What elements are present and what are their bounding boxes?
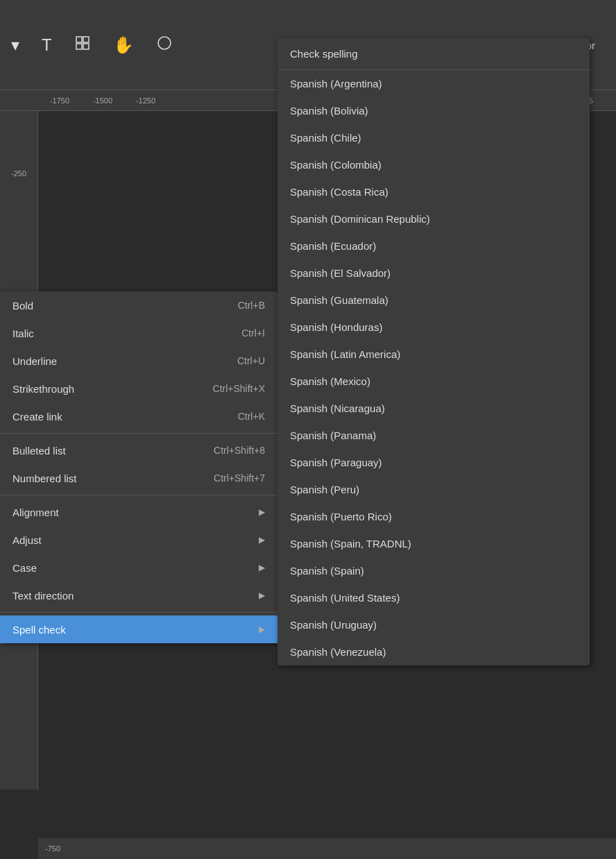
menu-item-text-direction[interactable]: Text direction ▶ — [0, 581, 277, 609]
menu-label: Spell check — [12, 624, 66, 636]
comment-tool-icon[interactable] — [152, 31, 177, 60]
menu-shortcut: Ctrl+Shift+X — [213, 383, 265, 394]
menu-shortcut: Ctrl+Shift+8 — [214, 445, 265, 456]
submenu-item[interactable]: Spanish (El Salvador) — [277, 260, 590, 287]
transform-tool-icon[interactable] — [70, 31, 95, 60]
menu-label: Case — [12, 562, 37, 574]
menu-divider-2 — [0, 495, 277, 495]
menu-label: Strikethrough — [12, 383, 74, 395]
submenu-item[interactable]: Spanish (Panama) — [277, 422, 590, 449]
menu-label: Create link — [12, 411, 62, 423]
menu-label: Text direction — [12, 590, 74, 602]
submenu-item[interactable]: Spanish (Dominican Republic) — [277, 205, 590, 232]
chevron-right-icon: ▶ — [259, 535, 265, 545]
menu-label: Italic — [12, 328, 34, 339]
menu-shortcut: Ctrl+Shift+7 — [214, 473, 265, 484]
submenu-item[interactable]: Spanish (Puerto Rico) — [277, 503, 590, 530]
submenu-item[interactable]: Spanish (Uruguay) — [277, 611, 590, 638]
chevron-down-icon[interactable]: ▾ — [7, 31, 24, 59]
bottom-ruler-mark: -750 — [45, 844, 60, 853]
submenu-header: Check spelling — [277, 38, 590, 70]
menu-label: Bold — [12, 300, 33, 312]
submenu-item[interactable]: Spanish (Colombia) — [277, 151, 590, 178]
submenu-item[interactable]: Spanish (Ecuador) — [277, 232, 590, 260]
submenu-item[interactable]: Spanish (Peru) — [277, 476, 590, 503]
context-menu-spell-check: Check spelling Spanish (Argentina) Spani… — [277, 38, 590, 665]
context-menu-left: Bold Ctrl+B Italic Ctrl+I Underline Ctrl… — [0, 291, 277, 643]
submenu-item[interactable]: Spanish (United States) — [277, 584, 590, 611]
submenu-item[interactable]: Spanish (Latin America) — [277, 341, 590, 368]
chevron-right-icon: ▶ — [259, 624, 265, 634]
menu-item-alignment[interactable]: Alignment ▶ — [0, 498, 277, 526]
bottom-ruler: -750 — [38, 838, 616, 859]
hand-tool-icon[interactable]: ✋ — [109, 31, 138, 59]
menu-shortcut: Ctrl+U — [237, 355, 265, 366]
menu-item-numbered-list[interactable]: Numbered list Ctrl+Shift+7 — [0, 464, 277, 492]
menu-item-case[interactable]: Case ▶ — [0, 554, 277, 581]
ruler-mark: -1500 — [81, 90, 124, 110]
menu-item-italic[interactable]: Italic Ctrl+I — [0, 319, 277, 347]
submenu-item[interactable]: Spanish (Nicaragua) — [277, 395, 590, 422]
submenu-item[interactable]: Spanish (Costa Rica) — [277, 178, 590, 205]
submenu-item[interactable]: Spanish (Chile) — [277, 124, 590, 151]
menu-item-create-link[interactable]: Create link Ctrl+K — [0, 402, 277, 430]
svg-rect-1 — [83, 37, 89, 42]
submenu-item[interactable]: Spanish (Mexico) — [277, 368, 590, 395]
submenu-item[interactable]: Spanish (Argentina) — [277, 70, 590, 97]
menu-item-bulleted-list[interactable]: Bulleted list Ctrl+Shift+8 — [0, 436, 277, 464]
menu-label: Numbered list — [12, 473, 77, 484]
svg-point-4 — [158, 37, 171, 49]
submenu-item[interactable]: Spanish (Venezuela) — [277, 638, 590, 665]
submenu-item[interactable]: Spanish (Spain, TRADNL) — [277, 530, 590, 557]
menu-label: Bulleted list — [12, 445, 66, 457]
menu-item-bold[interactable]: Bold Ctrl+B — [0, 291, 277, 319]
menu-item-underline[interactable]: Underline Ctrl+U — [0, 347, 277, 375]
chevron-right-icon: ▶ — [259, 563, 265, 572]
ruler-mark: -1750 — [38, 90, 81, 110]
text-tool-icon[interactable]: T — [37, 31, 56, 59]
svg-rect-3 — [83, 44, 89, 49]
menu-divider-3 — [0, 612, 277, 613]
svg-rect-0 — [76, 37, 82, 42]
menu-item-adjust[interactable]: Adjust ▶ — [0, 526, 277, 554]
ruler-left-mark: -250 — [11, 153, 26, 194]
menu-shortcut: Ctrl+B — [238, 300, 265, 311]
menu-label: Alignment — [12, 507, 59, 518]
chevron-right-icon: ▶ — [259, 507, 265, 517]
ruler-mark: -1250 — [124, 90, 167, 110]
menu-shortcut: Ctrl+I — [241, 328, 265, 339]
menu-divider-1 — [0, 433, 277, 434]
chevron-right-icon: ▶ — [259, 590, 265, 600]
submenu-item[interactable]: Spanish (Paraguay) — [277, 449, 590, 476]
menu-label: Adjust — [12, 534, 42, 546]
submenu-item[interactable]: Spanish (Spain) — [277, 557, 590, 584]
svg-rect-2 — [76, 44, 82, 49]
menu-shortcut: Ctrl+K — [238, 411, 265, 422]
submenu-item[interactable]: Spanish (Guatemala) — [277, 287, 590, 314]
bottom-canvas: -750 — [38, 790, 616, 859]
submenu-item[interactable]: Spanish (Bolivia) — [277, 97, 590, 124]
menu-item-strikethrough[interactable]: Strikethrough Ctrl+Shift+X — [0, 375, 277, 402]
submenu-item[interactable]: Spanish (Honduras) — [277, 314, 590, 341]
menu-label: Underline — [12, 355, 57, 367]
menu-item-spell-check[interactable]: Spell check ▶ — [0, 615, 277, 643]
